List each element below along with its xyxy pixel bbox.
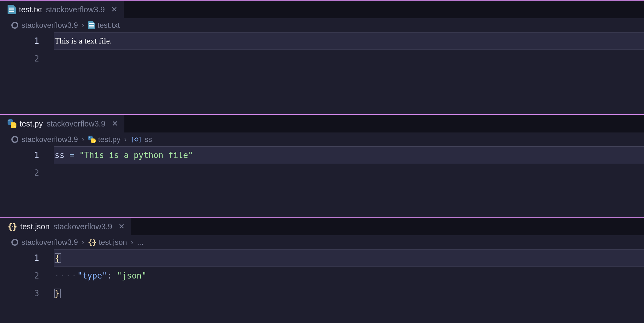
editor[interactable]: 1 2 ss = "This is a python file" — [0, 146, 644, 182]
breadcrumb-symbol[interactable]: ... — [137, 238, 143, 247]
tab-test-json[interactable]: test.json stackoverflow3.9 ✕ — [0, 218, 131, 235]
tab-filename: test.py — [20, 119, 43, 128]
ring-icon — [11, 239, 18, 246]
json-file-icon — [8, 222, 17, 231]
tab-filename: test.txt — [19, 5, 42, 14]
breadcrumb-root[interactable]: stackoverflow3.9 — [21, 135, 78, 144]
chevron-right-icon: › — [131, 238, 133, 247]
editor-pane-txt: test.txt stackoverflow3.9 ✕ stackoverflo… — [0, 0, 644, 114]
line-number: 1 — [0, 32, 39, 50]
tab-workspace: stackoverflow3.9 — [46, 5, 105, 14]
tab-test-py[interactable]: test.py stackoverflow3.9 ✕ — [0, 115, 124, 132]
line-number: 1 — [0, 146, 39, 164]
code-area[interactable]: This is a text file. — [54, 32, 644, 68]
breadcrumb[interactable]: stackoverflow3.9 › test.json › ... — [0, 235, 644, 249]
editor[interactable]: 1 2 3 { ····"type": "json" } — [0, 249, 644, 302]
breadcrumb-symbol[interactable]: ss — [130, 135, 152, 144]
line-number: 1 — [0, 249, 39, 267]
variable-icon — [130, 136, 142, 143]
chevron-right-icon: › — [82, 238, 84, 247]
ring-icon — [11, 22, 18, 29]
chevron-right-icon: › — [82, 21, 84, 30]
breadcrumb[interactable]: stackoverflow3.9 › test.txt — [0, 18, 644, 32]
text-file-icon — [88, 21, 95, 29]
close-icon[interactable]: ✕ — [118, 223, 125, 230]
breadcrumb-root[interactable]: stackoverflow3.9 — [21, 238, 78, 247]
tab-filename: test.json — [20, 222, 50, 231]
tab-bar: test.py stackoverflow3.9 ✕ — [0, 115, 644, 132]
tab-workspace: stackoverflow3.9 — [47, 119, 105, 128]
breadcrumb[interactable]: stackoverflow3.9 › test.py › ss — [0, 132, 644, 146]
text-file-icon — [8, 5, 16, 14]
tab-test-txt[interactable]: test.txt stackoverflow3.9 ✕ — [0, 1, 124, 18]
code-line[interactable] — [54, 164, 644, 182]
ring-icon — [11, 136, 18, 143]
tab-workspace: stackoverflow3.9 — [53, 222, 112, 231]
cursor: { — [55, 253, 61, 263]
line-number: 3 — [0, 285, 39, 302]
breadcrumb-file[interactable]: test.json — [88, 238, 127, 247]
breadcrumb-file[interactable]: test.py — [88, 135, 121, 144]
code-line[interactable] — [54, 50, 644, 68]
line-number: 2 — [0, 267, 39, 285]
tab-bar: test.json stackoverflow3.9 ✕ — [0, 218, 644, 235]
tab-bar: test.txt stackoverflow3.9 ✕ — [0, 1, 644, 18]
code-area[interactable]: ss = "This is a python file" — [54, 146, 644, 182]
code-area[interactable]: { ····"type": "json" } — [54, 249, 644, 302]
breadcrumb-root[interactable]: stackoverflow3.9 — [21, 21, 78, 30]
gutter: 1 2 3 — [0, 249, 54, 302]
line-number: 2 — [0, 50, 39, 68]
code-line[interactable]: This is a text file. — [54, 32, 644, 50]
close-icon[interactable]: ✕ — [111, 6, 117, 13]
breadcrumb-file[interactable]: test.txt — [88, 21, 120, 30]
editor[interactable]: 1 2 This is a text file. — [0, 32, 644, 68]
close-icon[interactable]: ✕ — [112, 120, 118, 127]
code-line[interactable]: } — [54, 285, 644, 302]
gutter: 1 2 — [0, 32, 54, 68]
line-number: 2 — [0, 164, 39, 182]
chevron-right-icon: › — [82, 135, 84, 144]
code-line[interactable]: { — [54, 249, 644, 267]
gutter: 1 2 — [0, 146, 54, 182]
code-line[interactable]: ····"type": "json" — [54, 267, 644, 285]
code-line[interactable]: ss = "This is a python file" — [54, 146, 644, 164]
json-file-icon — [88, 239, 96, 246]
python-file-icon — [8, 119, 16, 128]
editor-pane-py: test.py stackoverflow3.9 ✕ stackoverflow… — [0, 114, 644, 217]
python-file-icon — [88, 136, 96, 143]
chevron-right-icon: › — [124, 135, 127, 144]
editor-pane-json: test.json stackoverflow3.9 ✕ stackoverfl… — [0, 217, 644, 322]
